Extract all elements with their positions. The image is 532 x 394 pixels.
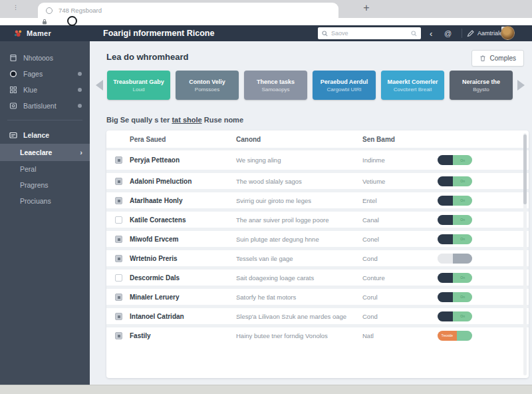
row-badge[interactable]: Treoside xyxy=(438,331,472,341)
carousel-card[interactable]: Neraicrse the Bgysto xyxy=(450,71,513,100)
tab-title: 748 Regsboard xyxy=(59,7,102,14)
collapse-chevron-icon[interactable]: ‹ xyxy=(430,25,432,41)
row-checkbox[interactable] xyxy=(115,332,122,339)
row-checkbox[interactable] xyxy=(115,255,122,262)
sidebar-item-bartisluent[interactable]: Bartisluent xyxy=(0,98,90,114)
globe-icon[interactable]: @ xyxy=(444,25,452,41)
section-title: Big Se qually s ter tat shole Ruse nome xyxy=(106,116,243,124)
browser-bottom-bar xyxy=(0,385,532,394)
table-row: Adaloni Pmeluction The wood slalaly sago… xyxy=(106,170,529,189)
reload-icon[interactable] xyxy=(67,16,77,26)
brand[interactable]: Mamer xyxy=(14,25,51,41)
carousel-card[interactable]: Maeerkt Comerler Covcbrert Breail xyxy=(381,71,444,100)
circle-icon xyxy=(9,70,17,78)
sidebar-item-label: Bartisluent xyxy=(23,102,57,110)
table-row: Descormic Dals Sait doagexing loage cara… xyxy=(106,266,529,286)
carousel-right-arrow[interactable] xyxy=(517,80,525,91)
sidebar-item-pragrens[interactable]: Pragrens xyxy=(0,177,90,193)
row-description: Sait doagexing loage carats xyxy=(236,274,362,282)
complete-button[interactable]: Comples xyxy=(471,50,524,67)
window-menu-icon[interactable]: ⋮ xyxy=(13,5,17,11)
address-bar xyxy=(0,18,532,25)
table-row: Miwofd Ervcem Suin plutge ater degung hn… xyxy=(106,228,529,247)
complete-button-label: Comples xyxy=(490,55,516,62)
carousel-card[interactable]: Thence tasks Samoaopys xyxy=(244,71,307,100)
app-navbar: Mamer Foarigi nformerment Ricone Saove ‹… xyxy=(0,25,532,41)
row-status: Cond xyxy=(362,313,438,320)
sidebar-item-klue[interactable]: Klue xyxy=(0,82,90,98)
toggle-label: On xyxy=(453,155,472,165)
notification-dot xyxy=(78,72,82,76)
carousel-card[interactable]: Treasburant Gaby Loud xyxy=(107,71,170,100)
row-checkbox[interactable] xyxy=(115,274,122,282)
table-scrollbar-thumb[interactable] xyxy=(523,134,527,204)
sidebar-divider xyxy=(7,120,82,120)
row-checkbox[interactable] xyxy=(115,313,122,320)
row-description: We singng aling xyxy=(236,156,362,164)
carousel-card[interactable]: Peraebud Aerdul Cargowbi UIRI xyxy=(313,71,376,100)
toggle-label: On xyxy=(453,292,472,302)
sidebar-item-nhotooos[interactable]: Nhotooos xyxy=(0,50,90,66)
sidebar-item-label: Nhotooos xyxy=(23,54,53,62)
cards-carousel: Treasburant Gaby Loud Conton Veliy Pomss… xyxy=(90,71,532,100)
card-subtitle: Bgysto xyxy=(473,87,489,93)
row-status: Entel xyxy=(362,197,438,204)
section-title-suffix: Ruse nome xyxy=(202,116,243,124)
table-row: Fastily Hainy butee tner forndig Vonolos… xyxy=(106,324,529,343)
row-toggle[interactable]: On xyxy=(438,215,472,225)
search-input[interactable]: Saove xyxy=(318,27,421,39)
sidebar-item-label: Prociuans xyxy=(20,197,51,205)
row-toggle[interactable]: On xyxy=(438,292,472,302)
card-title: Peraebud Aerdul xyxy=(321,79,368,85)
card-subtitle: Loud xyxy=(133,87,145,93)
row-toggle[interactable]: On xyxy=(438,155,472,165)
row-toggle[interactable]: On xyxy=(438,196,472,206)
brand-name: Mamer xyxy=(27,29,51,37)
row-toggle[interactable]: On xyxy=(438,234,472,244)
avatar[interactable] xyxy=(501,26,515,40)
carousel-card[interactable]: Conton Veliy Pomssoes xyxy=(176,71,239,100)
pen-icon xyxy=(467,30,474,37)
row-checkbox[interactable] xyxy=(115,156,122,164)
column-header: Pera Saued xyxy=(130,136,236,143)
data-table: Pera Saued Canond Sen Bamd Peryja Pettea… xyxy=(106,130,529,378)
search-icon-right xyxy=(411,31,417,37)
toggle-label: On xyxy=(453,215,472,225)
carousel-left-arrow[interactable] xyxy=(96,80,103,91)
sidebar-item-label: Lelance xyxy=(23,131,49,139)
table-row: Wrtetnio Preris Tessels van ile gage Con… xyxy=(106,247,529,266)
table-row: Katile Coraectens The anar suiver proil … xyxy=(106,208,529,228)
row-name: Miwofd Ervcem xyxy=(130,236,236,243)
row-checkbox[interactable] xyxy=(115,178,122,185)
row-status: Corul xyxy=(362,294,438,301)
row-status: Conel xyxy=(362,236,438,243)
row-toggle[interactable]: On xyxy=(438,176,472,186)
sidebar-item-prociuans[interactable]: Prociuans xyxy=(0,193,90,209)
section-title-link[interactable]: tat shole xyxy=(172,116,201,124)
new-tab-button[interactable]: + xyxy=(360,2,373,14)
card-title: Maeerkt Comerler xyxy=(387,79,438,85)
sidebar-item-fages[interactable]: Fages xyxy=(0,66,90,82)
row-toggle[interactable]: On xyxy=(438,311,472,321)
table-row: Atarlhaate Honly Svirrig ouir giroto me … xyxy=(106,189,529,208)
card-title: Conton Veliy xyxy=(189,79,225,85)
app-title: Foarigi nformerment Ricone xyxy=(103,25,214,41)
row-checkbox[interactable] xyxy=(115,216,122,224)
row-name: Wrtetnio Preris xyxy=(130,255,236,262)
notification-dot xyxy=(78,88,82,92)
lock-icon xyxy=(42,19,47,25)
browser-tab[interactable]: 748 Regsboard xyxy=(38,3,338,18)
row-checkbox[interactable] xyxy=(115,197,122,204)
toggle-label xyxy=(453,254,472,264)
sidebar-item-label: Peral xyxy=(20,165,37,173)
sidebar-item-lelance[interactable]: Lelance xyxy=(0,126,90,144)
row-toggle[interactable]: On xyxy=(438,273,472,283)
row-toggle[interactable] xyxy=(438,254,472,264)
sidebar-item-leaeclare[interactable]: Leaeclare › xyxy=(0,144,90,161)
sidebar-item-label: Fages xyxy=(23,70,43,78)
row-status: Conture xyxy=(362,274,438,282)
sidebar-item-peral[interactable]: Peral xyxy=(0,161,90,177)
row-name: Minaler Leruery xyxy=(130,294,236,301)
row-checkbox[interactable] xyxy=(115,294,122,301)
row-checkbox[interactable] xyxy=(115,236,122,243)
